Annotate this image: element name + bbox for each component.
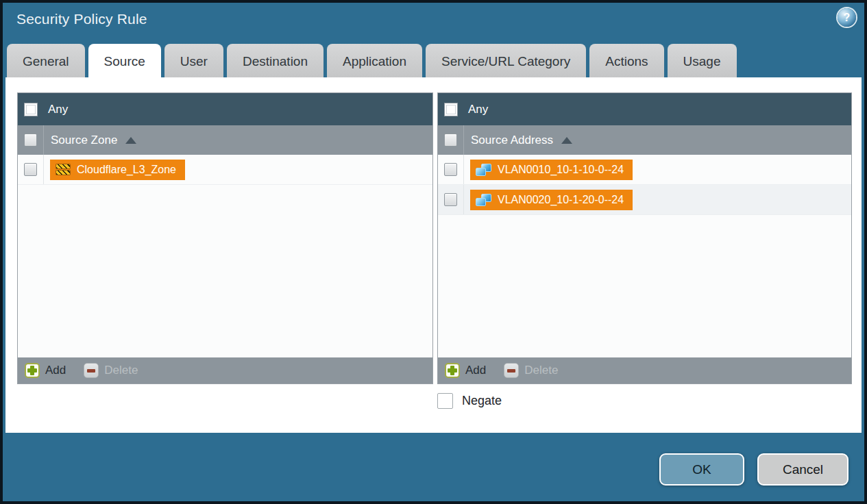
plus-icon	[25, 363, 40, 378]
add-button-label: Add	[45, 364, 66, 377]
tab-actions[interactable]: Actions	[589, 44, 663, 77]
source-zone-rows: Cloudflare_L3_Zone	[18, 155, 432, 357]
source-address-rows: VLAN0010_10-1-10-0--24 VLAN0020_10-1-20-…	[438, 155, 851, 357]
tab-usage[interactable]: Usage	[668, 44, 737, 77]
source-zone-footer: Add Delete	[18, 357, 432, 383]
source-address-panel: Any Source Address VLAN0010_10-1-10-0--2…	[437, 92, 852, 384]
source-address-any-header: Any	[438, 93, 851, 125]
cancel-button[interactable]: Cancel	[757, 453, 848, 486]
source-zone-panel: Any Source Zone Cloudflare_L3_Zone	[17, 92, 433, 384]
add-button[interactable]: Add	[445, 363, 486, 378]
tab-general[interactable]: General	[7, 44, 85, 77]
address-item[interactable]: VLAN0020_10-1-20-0--24	[470, 190, 633, 210]
negate-option: Negate	[437, 393, 502, 409]
tab-destination[interactable]: Destination	[227, 44, 323, 77]
tab-source[interactable]: Source	[88, 44, 161, 77]
zone-item[interactable]: Cloudflare_L3_Zone	[50, 160, 185, 180]
negate-label: Negate	[462, 394, 502, 408]
table-row: Cloudflare_L3_Zone	[18, 155, 432, 185]
add-button-label: Add	[465, 364, 486, 377]
source-zone-select-all-cell	[18, 125, 44, 155]
source-zone-any-header: Any	[18, 93, 432, 125]
minus-icon	[504, 363, 519, 378]
table-row: VLAN0020_10-1-20-0--24	[438, 185, 851, 215]
network-icon	[476, 164, 491, 176]
address-item-label: VLAN0010_10-1-10-0--24	[498, 164, 624, 176]
ok-button[interactable]: OK	[659, 453, 744, 486]
add-button[interactable]: Add	[25, 363, 66, 378]
delete-button[interactable]: Delete	[504, 363, 558, 378]
row-checkbox-cell	[18, 155, 44, 184]
table-row: VLAN0010_10-1-10-0--24	[438, 155, 851, 185]
source-address-select-all-cell	[438, 125, 464, 155]
question-mark-glyph: ?	[844, 12, 851, 24]
zone-item-label: Cloudflare_L3_Zone	[77, 164, 176, 176]
address-item[interactable]: VLAN0010_10-1-10-0--24	[470, 160, 633, 180]
tab-application[interactable]: Application	[327, 44, 422, 77]
source-zone-any-label: Any	[48, 103, 68, 116]
source-address-any-label: Any	[468, 103, 488, 116]
zone-icon	[56, 164, 71, 175]
plus-icon	[445, 363, 460, 378]
minus-icon	[84, 363, 99, 378]
source-zone-any-checkbox[interactable]	[24, 103, 38, 116]
delete-button-label: Delete	[524, 364, 558, 377]
address-item-label: VLAN0020_10-1-20-0--24	[498, 194, 624, 206]
source-zone-column-label: Source Zone	[51, 134, 117, 147]
source-address-any-checkbox[interactable]	[444, 103, 458, 116]
delete-button[interactable]: Delete	[84, 363, 138, 378]
sort-ascending-icon[interactable]	[561, 137, 572, 144]
sort-ascending-icon[interactable]	[125, 137, 136, 144]
row-checkbox[interactable]	[444, 193, 457, 206]
source-address-select-all-checkbox[interactable]	[444, 134, 457, 147]
tab-bar: General Source User Destination Applicat…	[7, 44, 737, 77]
source-zone-select-all-checkbox[interactable]	[24, 134, 37, 147]
source-address-column-label: Source Address	[471, 134, 553, 147]
row-checkbox-cell	[438, 185, 464, 214]
network-icon	[476, 194, 491, 206]
security-policy-rule-dialog: Security Policy Rule ? General Source Us…	[0, 0, 867, 504]
source-zone-column-header: Source Zone	[18, 125, 432, 155]
tab-user[interactable]: User	[164, 44, 223, 77]
help-icon[interactable]: ?	[838, 8, 856, 27]
delete-button-label: Delete	[104, 364, 138, 377]
row-checkbox-cell	[438, 155, 464, 184]
source-tab-content: Any Source Zone Cloudflare_L3_Zone	[5, 77, 862, 433]
row-checkbox[interactable]	[444, 163, 457, 176]
dialog-title: Security Policy Rule	[16, 11, 147, 27]
source-address-column-header: Source Address	[438, 125, 851, 155]
source-address-footer: Add Delete	[438, 357, 851, 383]
negate-checkbox[interactable]	[437, 393, 453, 409]
tab-service-url-category[interactable]: Service/URL Category	[426, 44, 586, 77]
row-checkbox[interactable]	[24, 163, 37, 176]
